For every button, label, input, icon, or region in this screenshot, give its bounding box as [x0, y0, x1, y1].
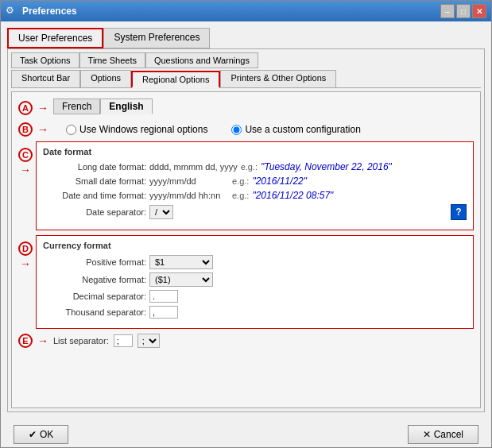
- positive-select[interactable]: $1 $ 1: [149, 255, 213, 269]
- top-tabs-row: User Preferences System Preferences: [7, 28, 485, 48]
- radio-windows-input[interactable]: [66, 125, 76, 135]
- small-date-example: "2016/11/22": [252, 176, 307, 187]
- date-format-box: Date format Long date format: dddd, mmmm…: [36, 141, 474, 230]
- datetime-row: Date and time format: yyyy/mm/dd hh:nn e…: [43, 190, 467, 201]
- long-date-label: Long date format:: [43, 162, 146, 172]
- tab-content-area: Task Options Time Sheets Questions and W…: [7, 48, 485, 412]
- indicator-d-col: D →: [18, 235, 33, 270]
- positive-label: Positive format:: [43, 257, 146, 267]
- radio-windows-label: Use Windows regional options: [79, 124, 207, 135]
- currency-format-label: Currency format: [43, 241, 467, 250]
- datetime-label: Date and time format:: [43, 191, 146, 200]
- list-sep-section-row: E → List separator: ; ,: [18, 334, 474, 348]
- tab-task-options[interactable]: Task Options: [11, 52, 79, 68]
- thousand-sep-label: Thousand separator:: [43, 307, 146, 317]
- decimal-sep-row: Decimal separator:: [43, 290, 467, 303]
- thousand-sep-input[interactable]: [149, 306, 178, 319]
- tab-english[interactable]: English: [100, 98, 152, 114]
- window-icon: ⚙: [6, 5, 18, 17]
- date-format-section-row: C → Date format Long date format: dddd, …: [18, 141, 474, 230]
- indicator-e: E: [18, 334, 33, 348]
- tab-questions-warnings[interactable]: Questions and Warnings: [145, 52, 258, 68]
- list-sep-input[interactable]: [114, 334, 133, 347]
- lang-tabs-row: A → French English: [18, 98, 474, 118]
- date-sep-label: Date separator:: [43, 207, 146, 217]
- positive-format-row: Positive format: $1 $ 1: [43, 255, 467, 269]
- decimal-sep-input[interactable]: [149, 290, 178, 303]
- indicator-c: C: [18, 148, 33, 162]
- indicator-b: B: [18, 122, 33, 137]
- arrow-b: →: [37, 123, 48, 136]
- tab-options[interactable]: Options: [80, 70, 131, 87]
- indicator-c-col: C →: [18, 141, 33, 176]
- tab-system-preferences[interactable]: System Preferences: [103, 28, 210, 48]
- tab-time-sheets[interactable]: Time Sheets: [79, 52, 145, 68]
- radio-custom[interactable]: Use a custom configuration: [231, 124, 360, 135]
- radio-row-b: B → Use Windows regional options Use a c…: [18, 122, 474, 137]
- small-date-value: yyyy/mm/dd: [149, 176, 229, 186]
- datetime-value: yyyy/mm/dd hh:nn: [149, 191, 229, 200]
- window-body: User Preferences System Preferences Task…: [1, 21, 491, 419]
- arrow-d: →: [20, 257, 31, 270]
- tab-regional-options[interactable]: Regional Options: [131, 71, 220, 88]
- help-button[interactable]: ?: [451, 204, 467, 220]
- maximize-button[interactable]: □: [456, 4, 471, 18]
- tab-user-preferences[interactable]: User Preferences: [7, 28, 103, 48]
- preferences-window: ⚙ Preferences – □ ✕ User Preferences Sys…: [0, 0, 492, 448]
- small-date-row: Small date format: yyyy/mm/dd e.g.: "201…: [43, 176, 467, 187]
- small-date-eg: e.g.:: [232, 176, 249, 186]
- negative-label: Negative format:: [43, 275, 146, 284]
- tab-french[interactable]: French: [53, 98, 100, 114]
- tab-printers[interactable]: Printers & Other Options: [220, 70, 336, 87]
- currency-format-box: Currency format Positive format: $1 $ 1 …: [36, 235, 474, 329]
- radio-custom-label: Use a custom configuration: [245, 124, 360, 135]
- list-sep-label: List separator:: [53, 336, 109, 346]
- radio-windows[interactable]: Use Windows regional options: [66, 124, 207, 135]
- inner-content: A → French English B → Use Windows regio…: [11, 91, 481, 408]
- ok-label: OK: [40, 429, 53, 440]
- minimize-button[interactable]: –: [440, 4, 455, 18]
- negative-select[interactable]: ($1) -$1: [149, 272, 213, 287]
- cancel-button[interactable]: ✕ Cancel: [408, 425, 478, 444]
- tab-shortcut-bar[interactable]: Shortcut Bar: [11, 70, 80, 87]
- second-tabs-row: Task Options Time Sheets Questions and W…: [11, 52, 481, 68]
- arrow-c: →: [20, 164, 31, 176]
- ok-button[interactable]: ✔ OK: [14, 425, 68, 444]
- datetime-eg: e.g.:: [232, 191, 249, 200]
- close-button[interactable]: ✕: [472, 4, 486, 18]
- indicator-d: D: [18, 241, 33, 256]
- long-date-value: dddd, mmmm dd, yyyy: [149, 162, 238, 172]
- date-sep-row: Date separator: / - . ?: [43, 204, 467, 220]
- negative-format-row: Negative format: ($1) -$1: [43, 272, 467, 287]
- date-format-label: Date format: [43, 147, 467, 156]
- lang-tabs: French English: [53, 98, 153, 114]
- title-bar: ⚙ Preferences – □ ✕: [1, 1, 491, 21]
- arrow-a: →: [37, 102, 48, 114]
- currency-format-section-row: D → Currency format Positive format: $1 …: [18, 235, 474, 329]
- long-date-row: Long date format: dddd, mmmm dd, yyyy e.…: [43, 161, 467, 172]
- small-date-label: Small date format:: [43, 176, 146, 186]
- date-sep-select[interactable]: / - .: [149, 205, 173, 219]
- radio-custom-input[interactable]: [231, 125, 242, 135]
- title-bar-left: ⚙ Preferences: [6, 5, 77, 17]
- radio-options: Use Windows regional options Use a custo…: [66, 124, 361, 135]
- decimal-sep-label: Decimal separator:: [43, 292, 146, 301]
- thousand-sep-row: Thousand separator:: [43, 306, 467, 319]
- list-sep-select[interactable]: ; ,: [138, 334, 160, 348]
- window-title: Preferences: [22, 6, 77, 17]
- title-buttons: – □ ✕: [440, 4, 486, 18]
- long-date-example: "Tuesday, November 22, 2016": [261, 161, 392, 172]
- third-tabs-row: Shortcut Bar Options Regional Options Pr…: [11, 70, 481, 88]
- arrow-e: →: [37, 334, 48, 347]
- list-sep-row: List separator: ; ,: [53, 334, 160, 348]
- ok-check-icon: ✔: [29, 429, 37, 440]
- indicator-a: A: [18, 101, 33, 115]
- datetime-example: "2016/11/22 08:57": [252, 190, 333, 201]
- cancel-x-icon: ✕: [423, 429, 431, 440]
- long-date-eg: e.g.:: [241, 162, 258, 172]
- bottom-bar: ✔ OK ✕ Cancel: [1, 419, 491, 447]
- cancel-label: Cancel: [434, 429, 463, 440]
